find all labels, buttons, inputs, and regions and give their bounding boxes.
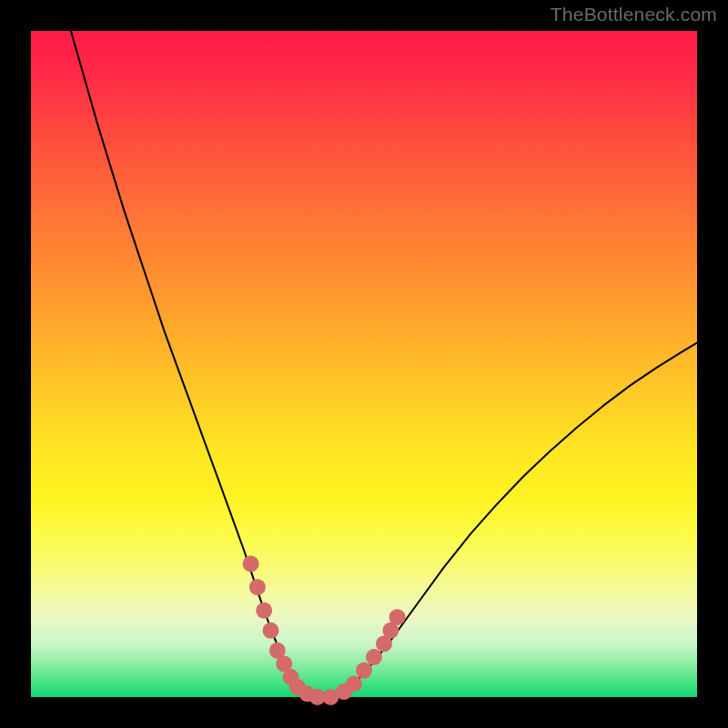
watermark-label: TheBottleneck.com <box>551 4 717 25</box>
chart-frame: TheBottleneck.com <box>0 0 728 728</box>
curve-marker <box>243 556 259 572</box>
curve-marker <box>389 609 406 625</box>
curve-marker <box>263 622 279 639</box>
curve-marker <box>249 579 266 595</box>
curve-marker <box>346 675 362 692</box>
curve-markers <box>243 556 406 705</box>
curve-marker <box>256 602 272 619</box>
curve-marker <box>366 649 382 665</box>
bottleneck-curve <box>71 31 697 697</box>
curve-marker <box>356 662 372 679</box>
chart-svg <box>31 31 697 697</box>
